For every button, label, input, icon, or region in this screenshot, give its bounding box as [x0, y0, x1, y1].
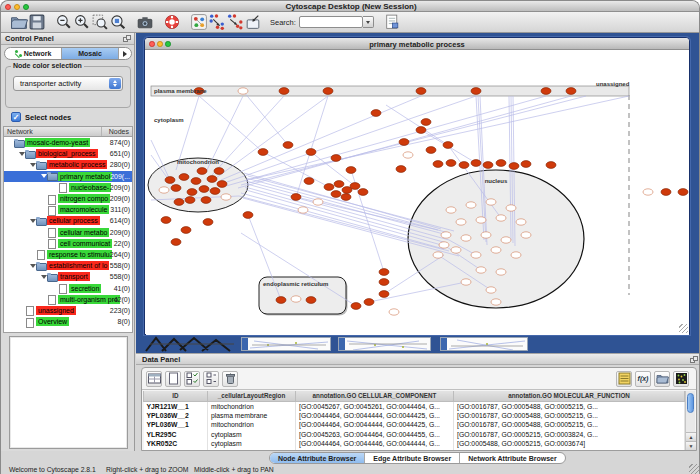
layout-transform-b-icon[interactable]	[226, 13, 244, 31]
network-node-selected[interactable]	[379, 291, 389, 298]
region-nucleus[interactable]	[408, 170, 584, 308]
network-node-selected[interactable]	[471, 160, 481, 167]
network-node-unselected[interactable]	[491, 247, 501, 253]
network-node-unselected[interactable]	[451, 247, 461, 253]
tree-item-multi-organism-pro[interactable]: multi-organism pro42(0)	[4, 294, 132, 305]
network-node-selected[interactable]	[210, 188, 220, 195]
network-node-selected[interactable]	[276, 297, 286, 304]
network-node-selected[interactable]	[323, 88, 333, 95]
network-node-selected[interactable]	[399, 139, 409, 146]
network-node-unselected[interactable]	[291, 296, 301, 302]
disclosure-triangle-icon[interactable]	[29, 264, 36, 268]
new-attribute-icon[interactable]	[165, 371, 181, 387]
network-node-unselected[interactable]	[238, 88, 248, 94]
network-node-selected[interactable]	[283, 142, 293, 149]
disclosure-triangle-icon[interactable]	[29, 163, 36, 167]
help-ring-icon[interactable]	[163, 13, 181, 31]
network-node-unselected[interactable]	[476, 217, 486, 223]
tree-header-nodes[interactable]: Nodes	[109, 128, 129, 135]
network-node-selected[interactable]	[201, 197, 211, 204]
tree-item-macromolecule[interactable]: macromolecule311(0)	[4, 204, 132, 215]
select-nodes-checkbox[interactable]: ✓	[11, 112, 21, 122]
network-edge[interactable]	[199, 96, 263, 152]
network-node-unselected[interactable]	[501, 237, 511, 243]
network-node-selected[interactable]	[181, 227, 191, 234]
network-node-selected[interactable]	[161, 217, 171, 224]
table-row[interactable]: YPL036W__2plasma membrane[GO:0044464, GO…	[144, 411, 685, 421]
network-node-unselected[interactable]	[439, 242, 449, 248]
network-node-unselected[interactable]	[643, 189, 653, 195]
network-node-selected[interactable]	[165, 177, 175, 184]
function-builder-icon[interactable]: f(x)	[635, 371, 651, 387]
network-node-selected[interactable]	[185, 197, 195, 204]
float-panel-icon[interactable]	[690, 356, 698, 364]
tree-header-network[interactable]: Network	[7, 128, 33, 135]
network-node-unselected[interactable]	[461, 279, 471, 285]
network-node-unselected[interactable]	[433, 252, 443, 258]
network-node-selected[interactable]	[217, 181, 227, 188]
disclosure-triangle-icon[interactable]	[40, 174, 47, 178]
table-row[interactable]: YDR039C__1mitochondrion[GO:0044464, GO:0…	[144, 449, 685, 451]
network-node-selected[interactable]	[214, 168, 224, 175]
network-node-selected[interactable]	[661, 189, 671, 196]
network-node-selected[interactable]	[258, 149, 268, 156]
network-node-unselected[interactable]	[496, 215, 506, 221]
network-node-unselected[interactable]	[506, 205, 516, 211]
network-node-selected[interactable]	[187, 189, 197, 196]
tab-network-attribute-browser[interactable]: Network Attribute Browser	[460, 453, 564, 463]
app-resize-grip[interactable]	[689, 464, 699, 474]
tab-network[interactable]: Network	[5, 48, 62, 59]
network-node-selected[interactable]	[334, 181, 344, 188]
network-node-selected[interactable]	[350, 183, 360, 190]
window-resize-grip[interactable]	[679, 324, 688, 333]
tab-edge-attribute-browser[interactable]: Edge Attribute Browser	[365, 453, 460, 463]
background-window-3[interactable]	[440, 337, 528, 351]
tree-item-secretion[interactable]: secretion41(0)	[4, 282, 132, 293]
tree-item-cellular-metabo[interactable]: cellular metabo209(0)	[4, 227, 132, 238]
network-node-unselected[interactable]	[521, 232, 531, 238]
network-node-selected[interactable]	[341, 194, 351, 201]
tree-item-nucleobase-[interactable]: nucleobase-209(0)	[4, 182, 132, 193]
background-window-1[interactable]	[241, 337, 331, 351]
network-node-selected[interactable]	[483, 162, 493, 169]
disclosure-triangle-icon[interactable]	[29, 219, 36, 223]
background-network-sketch[interactable]	[144, 336, 239, 352]
region-plasma-membrane[interactable]	[151, 86, 629, 96]
unselect-attributes-icon[interactable]	[203, 371, 219, 387]
network-node-unselected[interactable]	[221, 194, 231, 200]
matrix-icon[interactable]	[673, 371, 689, 387]
save-session-icon[interactable]	[28, 13, 46, 31]
tree-item-primary-metabol[interactable]: primary metabol209(...	[4, 171, 132, 182]
tree-item-mosaic-demo-yeast[interactable]: mosaic-demo-yeast874(0)	[4, 137, 132, 148]
vizmapper-icon[interactable]	[190, 13, 208, 31]
network-edge[interactable]	[212, 96, 284, 175]
network-node-selected[interactable]	[371, 110, 381, 117]
region-mitochondrion[interactable]	[148, 158, 248, 212]
network-node-selected[interactable]	[358, 189, 368, 196]
network-node-selected[interactable]	[678, 189, 688, 196]
network-node-unselected[interactable]	[403, 152, 413, 158]
network-node-selected[interactable]	[426, 147, 436, 154]
network-node-selected[interactable]	[203, 219, 213, 226]
network-node-selected[interactable]	[496, 160, 506, 167]
network-window-titlebar[interactable]: primary metabolic process	[145, 38, 689, 50]
column-header[interactable]: annotation.GO MOLECULAR_FUNCTION	[454, 391, 685, 401]
network-node-selected[interactable]	[199, 186, 209, 193]
network-node-selected[interactable]	[291, 194, 301, 201]
network-node-selected[interactable]	[191, 178, 201, 185]
tree-item-cellular-process[interactable]: cellular process614(0)	[4, 215, 132, 226]
zoom-out-icon[interactable]	[55, 13, 73, 31]
network-node-unselected[interactable]	[446, 207, 456, 213]
tabs-overflow-button[interactable]	[119, 48, 131, 59]
network-node-unselected[interactable]	[461, 235, 471, 241]
disclosure-triangle-icon[interactable]	[40, 275, 47, 279]
network-node-unselected[interactable]	[159, 187, 169, 193]
tree-item-transport[interactable]: transport558(0)	[4, 271, 132, 282]
network-node-selected[interactable]	[364, 299, 374, 306]
network-node-selected[interactable]	[416, 127, 426, 134]
search-index-icon[interactable]	[383, 13, 401, 31]
disclosure-triangle-icon[interactable]	[18, 152, 25, 156]
zoom-selected-icon[interactable]	[91, 13, 109, 31]
network-node-unselected[interactable]	[486, 287, 496, 293]
network-node-selected[interactable]	[171, 239, 181, 246]
